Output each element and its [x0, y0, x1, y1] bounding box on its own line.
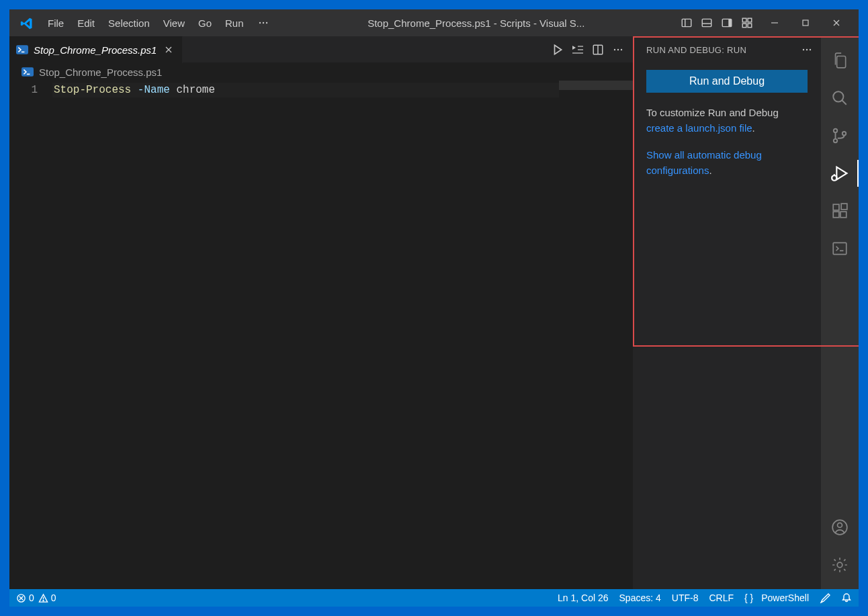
svg-point-33 [833, 91, 843, 101]
line-number-gutter: 1 [9, 81, 52, 589]
status-line-col[interactable]: Ln 1, Col 26 [558, 592, 609, 603]
activity-bar [821, 36, 859, 589]
svg-point-35 [834, 129, 837, 132]
menu-file[interactable]: File [42, 13, 70, 33]
toggle-primary-sidebar-icon[interactable] [677, 13, 696, 32]
code-content[interactable]: Stop-Process -Name chrome [52, 81, 559, 589]
explorer-activity-icon[interactable] [821, 42, 859, 79]
svg-rect-28 [21, 67, 34, 77]
show-debug-configs-link[interactable]: Show all automatic debug configurations [646, 149, 762, 176]
svg-point-57 [43, 600, 44, 601]
close-button[interactable] [821, 9, 852, 36]
run-and-debug-panel: RUN AND DEBUG: RUN Run and Debug To cust… [633, 36, 821, 589]
svg-rect-48 [833, 243, 847, 254]
search-activity-icon[interactable] [821, 79, 859, 117]
run-selection-icon[interactable] [568, 40, 587, 59]
vscode-window: File Edit Selection View Go Run Stop_Chr… [9, 9, 859, 607]
status-language[interactable]: { } PowerShell [744, 592, 809, 603]
split-editor-icon[interactable] [589, 40, 607, 59]
settings-gear-icon[interactable] [821, 546, 859, 584]
tab-bar: Stop_Chrome_Process.ps1 [9, 36, 633, 63]
status-eol[interactable]: CRLF [709, 592, 734, 603]
panel-body: Run and Debug To customize Run and Debug… [633, 63, 821, 195]
line-number: 1 [9, 83, 38, 97]
run-file-icon[interactable] [548, 40, 567, 59]
code-line: Stop-Process -Name chrome [52, 83, 559, 97]
menu-view[interactable]: View [157, 13, 191, 33]
svg-point-36 [834, 139, 837, 142]
svg-rect-44 [833, 204, 839, 210]
svg-line-40 [832, 177, 833, 177]
extensions-activity-icon[interactable] [821, 192, 859, 230]
menu-edit[interactable]: Edit [71, 13, 101, 33]
tab-close-icon[interactable] [162, 43, 175, 56]
svg-line-42 [832, 179, 833, 179]
main-body: Stop_Chrome_Process.ps1 [9, 36, 859, 589]
editor-actions [548, 40, 633, 59]
terminal-shortcut-icon[interactable] [821, 230, 859, 267]
menu-bar: File Edit Selection View Go Run [42, 13, 275, 33]
breadcrumb[interactable]: Stop_Chrome_Process.ps1 [9, 63, 633, 81]
svg-rect-16 [16, 45, 28, 54]
window-title: Stop_Chrome_Process.ps1 - Scripts - Visu… [275, 17, 677, 29]
panel-more-icon[interactable] [799, 42, 814, 57]
svg-rect-5 [702, 19, 711, 26]
create-launch-json-link[interactable]: create a launch.json file [646, 122, 752, 134]
maximize-button[interactable] [790, 9, 821, 36]
svg-rect-11 [748, 24, 752, 28]
status-warnings[interactable]: 0 [38, 592, 56, 603]
svg-rect-45 [833, 212, 839, 218]
status-errors[interactable]: 0 [16, 592, 34, 603]
svg-point-32 [810, 49, 811, 50]
vscode-logo-icon [20, 16, 34, 30]
braces-icon: { } [744, 592, 753, 603]
menu-go[interactable]: Go [192, 13, 218, 33]
svg-rect-46 [840, 212, 847, 218]
svg-line-43 [836, 179, 837, 179]
svg-line-34 [842, 100, 847, 105]
status-feedback-icon[interactable] [820, 592, 830, 603]
status-bell-icon[interactable] [841, 592, 852, 603]
menu-run[interactable]: Run [219, 13, 250, 33]
panel-header: RUN AND DEBUG: RUN [633, 36, 821, 63]
source-control-activity-icon[interactable] [821, 117, 859, 155]
menu-more-icon[interactable] [251, 13, 275, 33]
status-encoding[interactable]: UTF-8 [672, 592, 699, 603]
svg-line-41 [836, 177, 837, 177]
svg-rect-3 [682, 19, 691, 26]
minimize-button[interactable] [759, 9, 790, 36]
panel-text-show-all: Show all automatic debug configurations. [646, 147, 808, 179]
svg-point-0 [259, 21, 260, 23]
editor-area[interactable]: 1 Stop-Process -Name chrome [9, 81, 633, 589]
svg-rect-47 [841, 204, 847, 210]
editor-tab[interactable]: Stop_Chrome_Process.ps1 [9, 36, 183, 63]
customize-layout-icon[interactable] [738, 13, 756, 32]
minimap-slider[interactable] [559, 81, 633, 90]
account-icon[interactable] [821, 509, 859, 546]
editor-more-icon[interactable] [609, 40, 627, 59]
svg-point-1 [262, 21, 263, 23]
toggle-secondary-sidebar-icon[interactable] [718, 13, 736, 32]
svg-rect-10 [742, 24, 746, 28]
svg-point-30 [803, 49, 804, 50]
svg-point-27 [621, 48, 622, 50]
powershell-file-icon [21, 66, 34, 78]
editor-group: Stop_Chrome_Process.ps1 [9, 36, 633, 589]
svg-rect-9 [748, 18, 752, 22]
svg-point-51 [838, 523, 842, 527]
status-indent[interactable]: Spaces: 4 [619, 592, 661, 603]
menu-selection[interactable]: Selection [102, 13, 156, 33]
svg-rect-13 [803, 20, 808, 26]
svg-point-25 [614, 48, 615, 50]
run-and-debug-button[interactable]: Run and Debug [646, 70, 808, 93]
minimap[interactable] [559, 81, 633, 589]
toggle-panel-icon[interactable] [697, 13, 716, 32]
svg-point-26 [617, 48, 619, 50]
breadcrumb-file: Stop_Chrome_Process.ps1 [39, 67, 162, 78]
svg-point-2 [265, 21, 267, 23]
powershell-file-icon [16, 44, 28, 56]
svg-point-52 [837, 562, 842, 568]
run-debug-activity-icon[interactable] [821, 155, 859, 192]
window-controls [759, 9, 852, 36]
panel-title: RUN AND DEBUG: RUN [646, 45, 799, 55]
